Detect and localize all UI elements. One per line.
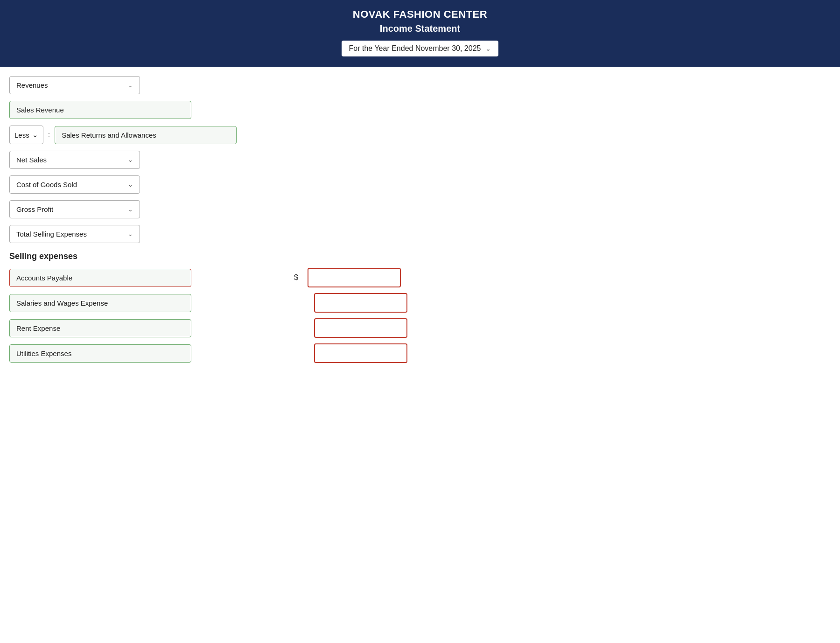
page-header: NOVAK FASHION CENTER Income Statement Fo…: [0, 0, 840, 67]
total-selling-expenses-dropdown[interactable]: Total Selling Expenses ⌄: [9, 225, 140, 243]
sales-returns-label: Sales Returns and Allowances: [62, 131, 156, 139]
gross-profit-dropdown[interactable]: Gross Profit ⌄: [9, 200, 140, 218]
net-sales-dropdown[interactable]: Net Sales ⌄: [9, 151, 140, 169]
net-sales-chevron-icon: ⌄: [128, 156, 133, 163]
total-selling-expenses-label: Total Selling Expenses: [16, 230, 87, 238]
cogs-dropdown-row: Cost of Goods Sold ⌄: [9, 175, 831, 194]
rent-amount-input[interactable]: [314, 318, 407, 338]
sales-revenue-label: Sales Revenue: [16, 106, 64, 114]
period-chevron-icon: ⌄: [485, 45, 491, 52]
accounts-payable-label: Accounts Payable: [16, 274, 72, 282]
statement-title: Income Statement: [9, 23, 831, 34]
colon-separator: :: [48, 131, 50, 139]
period-selector[interactable]: For the Year Ended November 30, 2025 ⌄: [342, 41, 499, 56]
expense-row-utilities: Utilities Expenses $: [9, 343, 831, 363]
selling-expenses-heading: Selling expenses: [9, 252, 831, 261]
main-content: Revenues ⌄ Sales Revenue Less ⌄ : Sales …: [0, 67, 840, 382]
cogs-chevron-icon: ⌄: [128, 181, 133, 188]
utilities-field[interactable]: Utilities Expenses: [9, 344, 191, 363]
less-dropdown[interactable]: Less ⌄: [9, 126, 43, 144]
sales-revenue-field[interactable]: Sales Revenue: [9, 101, 191, 119]
net-sales-dropdown-row: Net Sales ⌄: [9, 151, 831, 169]
cogs-label: Cost of Goods Sold: [16, 181, 77, 189]
less-label: Less: [14, 131, 29, 139]
rent-field[interactable]: Rent Expense: [9, 319, 191, 337]
dollar-sign-rent-placeholder: $: [301, 324, 305, 332]
expense-row-accounts-payable: Accounts Payable $: [9, 268, 831, 287]
dollar-sign-salaries-placeholder: $: [301, 299, 305, 307]
gross-profit-dropdown-row: Gross Profit ⌄: [9, 200, 831, 218]
gross-profit-label: Gross Profit: [16, 205, 53, 213]
utilities-label: Utilities Expenses: [16, 349, 71, 357]
gross-profit-chevron-icon: ⌄: [128, 206, 133, 213]
period-label: For the Year Ended November 30, 2025: [349, 44, 481, 53]
accounts-payable-amount-input[interactable]: [308, 268, 401, 287]
sales-revenue-row: Sales Revenue: [9, 101, 831, 119]
salaries-amount-input[interactable]: [314, 293, 407, 313]
less-chevron-icon: ⌄: [32, 131, 38, 139]
expense-row-rent: Rent Expense $: [9, 318, 831, 338]
revenues-dropdown[interactable]: Revenues ⌄: [9, 76, 140, 94]
expense-row-salaries: Salaries and Wages Expense $: [9, 293, 831, 313]
rent-label: Rent Expense: [16, 324, 60, 332]
revenues-chevron-icon: ⌄: [128, 82, 133, 89]
utilities-amount-input[interactable]: [314, 343, 407, 363]
dollar-sign-accounts-payable: $: [294, 273, 298, 282]
cogs-dropdown[interactable]: Cost of Goods Sold ⌄: [9, 175, 140, 194]
revenues-label: Revenues: [16, 81, 48, 89]
company-name: NOVAK FASHION CENTER: [9, 8, 831, 21]
salaries-field[interactable]: Salaries and Wages Expense: [9, 294, 191, 312]
sales-returns-field[interactable]: Sales Returns and Allowances: [55, 126, 237, 144]
less-returns-row: Less ⌄ : Sales Returns and Allowances: [9, 126, 831, 144]
total-selling-expenses-chevron-icon: ⌄: [128, 231, 133, 238]
total-selling-expenses-dropdown-row: Total Selling Expenses ⌄: [9, 225, 831, 243]
salaries-label: Salaries and Wages Expense: [16, 299, 108, 307]
net-sales-label: Net Sales: [16, 156, 47, 164]
dollar-sign-utilities-placeholder: $: [301, 349, 305, 357]
selling-expenses-area: Accounts Payable $ Salaries and Wages Ex…: [9, 268, 831, 363]
revenues-dropdown-row: Revenues ⌄: [9, 76, 831, 94]
accounts-payable-field[interactable]: Accounts Payable: [9, 269, 191, 287]
